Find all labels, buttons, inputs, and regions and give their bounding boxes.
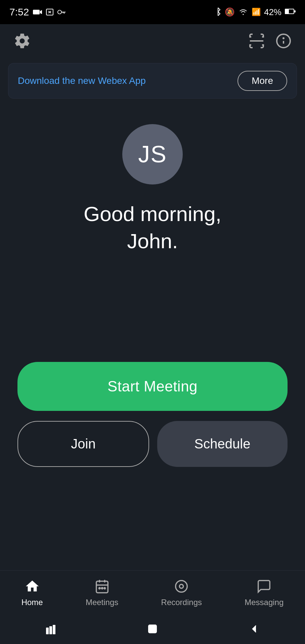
action-buttons: Start Meeting Join Schedule <box>13 362 292 467</box>
svg-point-23 <box>180 584 184 588</box>
avatar: JS <box>122 124 183 184</box>
greeting-line2: John. <box>127 229 178 253</box>
battery-percent: 42% <box>264 7 281 17</box>
svg-rect-26 <box>53 625 55 634</box>
more-button[interactable]: More <box>237 71 287 91</box>
avatar-initials: JS <box>138 141 167 168</box>
nav-item-messaging[interactable]: Messaging <box>238 574 290 610</box>
nav-label-messaging: Messaging <box>245 598 284 607</box>
home-system-button[interactable] <box>139 619 166 639</box>
start-meeting-button[interactable]: Start Meeting <box>17 362 288 411</box>
info-button[interactable] <box>274 32 293 50</box>
system-nav <box>0 614 305 644</box>
scan-button[interactable] <box>247 32 266 50</box>
status-icons <box>33 8 67 16</box>
nav-item-recordings[interactable]: Recordings <box>155 574 209 610</box>
greeting-line1: Good morning, <box>84 202 221 225</box>
join-button[interactable]: Join <box>17 421 149 467</box>
nav-item-meetings[interactable]: Meetings <box>79 574 125 610</box>
svg-rect-24 <box>46 628 49 634</box>
bottom-nav: Home Meetings Recordings <box>0 570 305 614</box>
secondary-buttons: Join Schedule <box>17 421 288 467</box>
nfc-icon <box>45 8 54 16</box>
camera-icon <box>33 8 42 16</box>
status-left: 7:52 <box>9 6 67 18</box>
greeting: Good morning, John. <box>84 201 221 255</box>
home-icon <box>24 578 41 595</box>
svg-rect-15 <box>96 581 108 593</box>
svg-rect-9 <box>285 9 289 13</box>
svg-rect-27 <box>148 625 157 633</box>
svg-rect-25 <box>49 626 52 634</box>
svg-rect-0 <box>33 10 40 14</box>
nav-label-recordings: Recordings <box>161 598 202 607</box>
battery-icon <box>285 8 296 16</box>
svg-point-3 <box>58 10 61 14</box>
nav-item-home[interactable]: Home <box>15 574 50 610</box>
top-right-icons <box>247 32 293 50</box>
mute-icon: 🔕 <box>225 7 235 17</box>
schedule-button[interactable]: Schedule <box>157 421 288 467</box>
svg-point-20 <box>101 587 103 589</box>
status-bar: 7:52 <box>0 0 305 24</box>
meetings-icon <box>93 578 111 595</box>
nav-label-meetings: Meetings <box>86 598 118 607</box>
svg-rect-6 <box>63 12 63 13</box>
settings-icon[interactable] <box>12 31 32 51</box>
svg-rect-10 <box>294 10 296 12</box>
banner-text: Download the new Webex App <box>18 75 146 86</box>
signal-icon: 📶 <box>252 8 261 16</box>
wifi-icon <box>238 8 248 16</box>
nav-label-home: Home <box>21 598 43 607</box>
main-content: JS Good morning, John. Start Meeting Joi… <box>0 104 305 467</box>
recordings-icon <box>173 578 190 595</box>
svg-point-21 <box>104 587 105 589</box>
bluetooth-icon <box>215 7 221 17</box>
svg-point-19 <box>99 587 100 589</box>
back-button[interactable] <box>241 619 268 639</box>
svg-rect-4 <box>61 12 66 12</box>
recent-apps-button[interactable] <box>37 619 64 639</box>
key-icon <box>57 8 67 16</box>
download-banner: Download the new Webex App More <box>8 63 297 99</box>
status-time: 7:52 <box>9 6 29 18</box>
svg-point-22 <box>176 580 187 592</box>
top-bar <box>0 24 305 58</box>
svg-marker-1 <box>40 10 42 14</box>
status-right: 🔕 📶 42% <box>215 7 296 17</box>
svg-rect-5 <box>64 12 65 14</box>
messaging-icon <box>255 578 273 595</box>
